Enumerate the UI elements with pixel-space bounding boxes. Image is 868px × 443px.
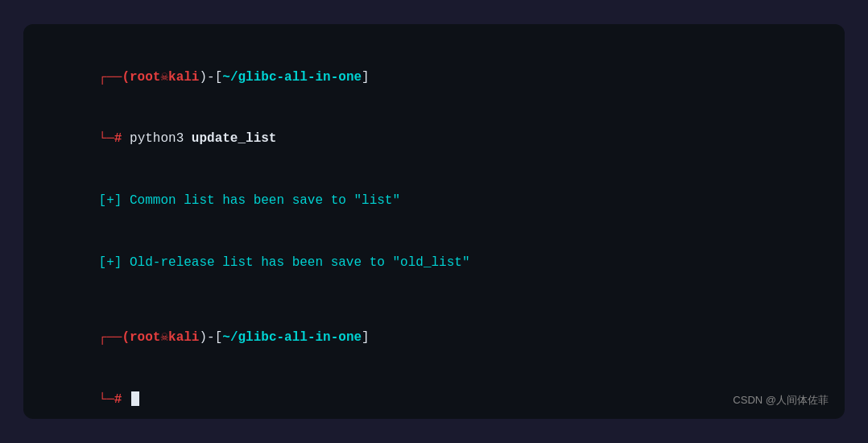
prompt-skull-2: ☠: [160, 330, 168, 345]
prompt-corner-2: ┌──(: [99, 330, 130, 345]
prompt-skull-1: ☠: [160, 70, 168, 85]
prompt-corner-1: ┌──(: [99, 70, 130, 85]
spacer-1: [52, 294, 816, 307]
watermark: CSDN @人间体佐菲: [733, 393, 829, 408]
prompt-hash-2: #: [114, 392, 122, 407]
cmd-prefix-1: python3: [122, 131, 191, 146]
cmd-space-2: [122, 392, 130, 407]
prompt-bracket-close-1: ]: [362, 70, 370, 85]
prompt-hash-corner-1: └─: [99, 131, 114, 146]
prompt-path-2: ~/glibc-all-in-one: [222, 330, 362, 345]
prompt-host-2: kali: [168, 330, 199, 345]
prompt-path-1: ~/glibc-all-in-one: [222, 70, 362, 85]
prompt-line-1: ┌──(root☠kali)-[~/glibc-all-in-one]: [52, 47, 816, 109]
terminal-window: ┌──(root☠kali)-[~/glibc-all-in-one] └─# …: [23, 24, 845, 419]
prompt-hash-1: #: [114, 131, 122, 146]
prompt-host-1: kali: [168, 70, 199, 85]
prompt-line-2: ┌──(root☠kali)-[~/glibc-all-in-one]: [52, 307, 816, 369]
prompt-bracket-open-2: )-[: [199, 330, 222, 345]
prompt-hash-corner-2: └─: [99, 392, 114, 407]
cmd-main-1: update_list: [192, 131, 277, 146]
output-text-1b: [+] Old-release list has been save to "o…: [99, 255, 470, 270]
terminal-content: ┌──(root☠kali)-[~/glibc-all-in-one] └─# …: [52, 47, 816, 419]
prompt-user-1: root: [130, 70, 160, 85]
prompt-user-2: root: [130, 330, 160, 345]
cursor-2: [131, 391, 139, 406]
command-line-2: └─#: [52, 369, 816, 419]
prompt-bracket-open-1: )-[: [199, 70, 222, 85]
output-text-1a: [+] Common list has been save to "list": [99, 193, 400, 208]
prompt-bracket-close-2: ]: [362, 330, 370, 345]
output-line-1b: [+] Old-release list has been save to "o…: [52, 232, 816, 294]
command-line-1: └─# python3 update_list: [52, 109, 816, 171]
output-line-1a: [+] Common list has been save to "list": [52, 171, 816, 233]
